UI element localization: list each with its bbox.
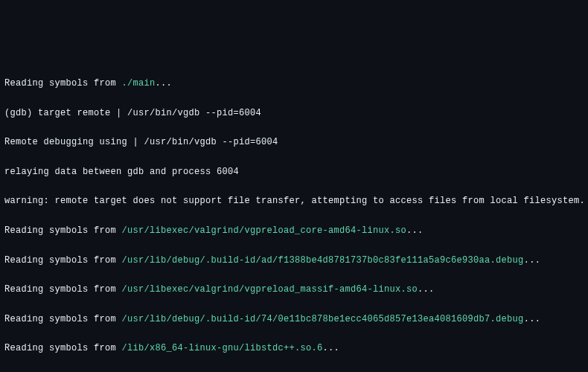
output-line: Remote debugging using | /usr/bin/vgdb -… xyxy=(4,135,584,150)
output-line: Reading symbols from ./main... xyxy=(4,77,584,92)
output-line: Reading symbols from /usr/libexec/valgri… xyxy=(4,283,584,298)
gdb-command-line: (gdb) target remote | /usr/bin/vgdb --pi… xyxy=(4,106,584,121)
output-line: Reading symbols from /lib/x86_64-linux-g… xyxy=(4,341,584,356)
output-line: Reading symbols from /usr/libexec/valgri… xyxy=(4,224,584,239)
output-line: relaying data between gdb and process 60… xyxy=(4,165,584,180)
output-line: Reading symbols from /usr/lib/debug/.bui… xyxy=(4,254,584,269)
warning-line: warning: remote target does not support … xyxy=(4,194,584,209)
output-line: Reading symbols from /usr/lib/debug/.bui… xyxy=(4,312,584,327)
terminal-output[interactable]: Reading symbols from ./main... (gdb) tar… xyxy=(4,62,584,372)
